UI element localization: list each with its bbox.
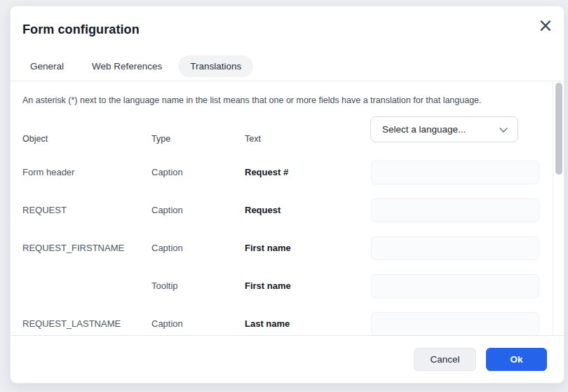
info-text: An asterisk (*) next to the language nam… bbox=[22, 95, 527, 105]
chevron-down-icon bbox=[499, 124, 507, 132]
scrollbar-thumb[interactable] bbox=[555, 83, 562, 175]
tab-general[interactable]: General bbox=[30, 61, 64, 72]
row-type: Caption bbox=[151, 198, 183, 222]
row-object: Form header bbox=[22, 161, 74, 184]
row-text: First name bbox=[245, 236, 291, 260]
table-row: REQUEST Caption Request bbox=[11, 198, 554, 222]
row-type: Tooltip bbox=[151, 274, 178, 298]
table-row: Form header Caption Request # bbox=[11, 161, 554, 184]
row-type: Caption bbox=[151, 312, 183, 335]
row-object: REQUEST_FIRSTNAME bbox=[22, 236, 124, 260]
tab-web-references[interactable]: Web References bbox=[92, 61, 162, 72]
row-object: REQUEST bbox=[22, 198, 67, 222]
ok-button[interactable]: Ok bbox=[486, 348, 547, 371]
translation-input[interactable] bbox=[371, 236, 539, 260]
tab-bar: General Web References Translations bbox=[30, 55, 253, 76]
row-text: Last name bbox=[245, 312, 290, 335]
column-header-object: Object bbox=[22, 126, 48, 152]
dialog-footer: Cancel Ok bbox=[11, 335, 564, 383]
screen: × Form configuration General Web Referen… bbox=[0, 0, 568, 392]
form-configuration-dialog: × Form configuration General Web Referen… bbox=[10, 6, 564, 384]
translation-input[interactable] bbox=[371, 198, 539, 222]
column-header-type: Type bbox=[151, 126, 170, 152]
row-type: Caption bbox=[151, 161, 183, 184]
translation-input[interactable] bbox=[371, 274, 539, 298]
row-type: Caption bbox=[151, 236, 183, 260]
row-text: Request bbox=[245, 198, 280, 222]
row-text: Request # bbox=[245, 161, 288, 184]
page-title: Form configuration bbox=[22, 22, 140, 37]
scrollbar-track[interactable] bbox=[553, 81, 563, 335]
translation-input[interactable] bbox=[371, 161, 539, 184]
language-select[interactable]: Select a language... bbox=[370, 116, 518, 142]
language-select-value: Select a language... bbox=[382, 124, 466, 135]
column-header-text: Text bbox=[245, 126, 261, 152]
row-text: First name bbox=[245, 274, 291, 298]
table-row: REQUEST_FIRSTNAME Caption First name bbox=[11, 236, 554, 260]
close-icon[interactable]: × bbox=[535, 15, 556, 36]
table-row: REQUEST_LASTNAME Caption Last name bbox=[11, 312, 554, 335]
tab-translations[interactable]: Translations bbox=[178, 55, 253, 77]
cancel-button[interactable]: Cancel bbox=[414, 348, 476, 371]
table-row: Tooltip First name bbox=[11, 274, 554, 298]
translations-panel: An asterisk (*) next to the language nam… bbox=[11, 81, 554, 335]
translation-input[interactable] bbox=[371, 312, 539, 335]
row-object: REQUEST_LASTNAME bbox=[22, 312, 121, 335]
